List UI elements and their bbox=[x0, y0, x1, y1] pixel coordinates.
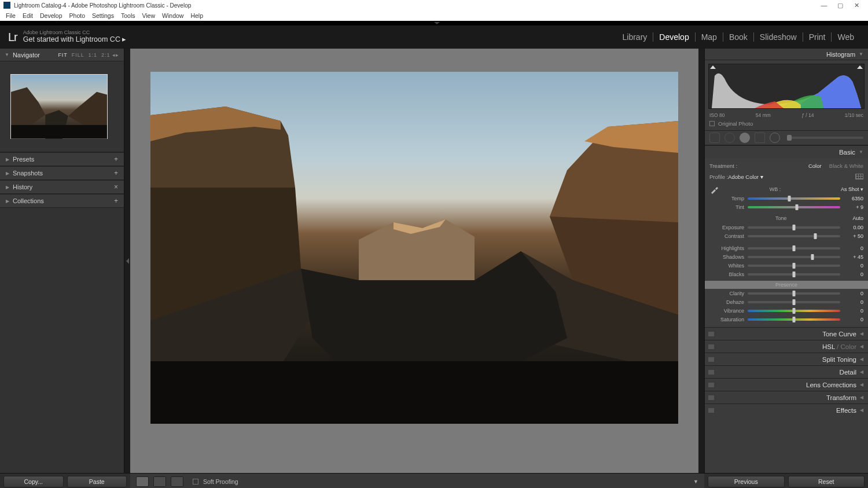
close-button[interactable]: ✕ bbox=[848, 2, 865, 9]
switch-icon[interactable] bbox=[708, 344, 714, 349]
highlight-clipping-icon[interactable] bbox=[857, 65, 863, 71]
spot-removal-tool[interactable] bbox=[724, 133, 735, 143]
panel-effects[interactable]: Effects◀ bbox=[705, 403, 868, 416]
right-collapse-handle[interactable] bbox=[698, 49, 704, 473]
slider-contrast[interactable]: Contrast+ 50 bbox=[705, 232, 868, 240]
brush-size-slider[interactable] bbox=[787, 137, 863, 139]
navigator-zoom-levels[interactable]: FIT FILL 1:1 2:1 ◂▸ bbox=[58, 52, 119, 58]
slider-clarity[interactable]: Clarity0 bbox=[705, 289, 868, 298]
panel-lens-corrections[interactable]: Lens Corrections◀ bbox=[705, 378, 868, 391]
module-library[interactable]: Library bbox=[617, 32, 653, 42]
before-after-lr-button[interactable] bbox=[153, 476, 166, 487]
slider-shadows[interactable]: Shadows+ 45 bbox=[705, 252, 868, 261]
module-web[interactable]: Web bbox=[832, 32, 860, 42]
profile-dropdown[interactable]: Adobe Color ▾ bbox=[728, 174, 763, 180]
left-section-snapshots[interactable]: ▶Snapshots+ bbox=[0, 166, 124, 180]
lr-logo: Lr bbox=[8, 31, 17, 44]
copy-button[interactable]: Copy... bbox=[3, 476, 64, 487]
loupe-view-button[interactable] bbox=[136, 476, 149, 487]
slider-vibrance[interactable]: Vibrance0 bbox=[705, 306, 868, 315]
photo-preview[interactable] bbox=[150, 72, 678, 424]
redeye-tool[interactable] bbox=[740, 133, 750, 143]
soft-proof-checkbox[interactable] bbox=[193, 479, 198, 485]
treatment-color[interactable]: Color bbox=[808, 163, 822, 169]
switch-icon[interactable] bbox=[708, 395, 714, 400]
wb-dropdown[interactable]: As Shot ▾ bbox=[841, 186, 863, 192]
add-icon[interactable]: + bbox=[114, 155, 118, 163]
navigator-header[interactable]: ▼ Navigator FIT FILL 1:1 2:1 ◂▸ bbox=[0, 49, 124, 61]
switch-icon[interactable] bbox=[708, 383, 714, 387]
menubar: File Edit Develop Photo Settings Tools V… bbox=[0, 10, 868, 21]
eyedropper-icon[interactable] bbox=[709, 184, 720, 195]
switch-icon[interactable] bbox=[708, 370, 714, 375]
switch-icon[interactable] bbox=[708, 357, 714, 362]
panel-split-toning[interactable]: Split Toning◀ bbox=[705, 353, 868, 365]
menu-settings[interactable]: Settings bbox=[89, 12, 117, 19]
module-slideshow[interactable]: Slideshow bbox=[754, 32, 803, 42]
clear-icon[interactable]: × bbox=[114, 183, 118, 191]
paste-button[interactable]: Paste bbox=[67, 476, 127, 487]
treatment-bw[interactable]: Black & White bbox=[829, 163, 863, 169]
original-photo-toggle[interactable]: Original Photo bbox=[705, 118, 868, 130]
panel-tone-curve[interactable]: Tone Curve◀ bbox=[705, 327, 868, 340]
radial-filter-tool[interactable] bbox=[770, 133, 780, 143]
slider-exposure[interactable]: Exposure0.00 bbox=[705, 223, 868, 232]
switch-icon[interactable] bbox=[708, 332, 714, 336]
add-icon[interactable]: + bbox=[114, 169, 118, 177]
slider-tint[interactable]: Tint+ 9 bbox=[705, 203, 868, 211]
slider-whites[interactable]: Whites0 bbox=[705, 261, 868, 270]
crop-tool[interactable] bbox=[709, 133, 720, 143]
menu-file[interactable]: File bbox=[2, 12, 19, 19]
chevron-left-icon: ◀ bbox=[860, 382, 863, 387]
chevron-left-icon: ◀ bbox=[860, 395, 863, 400]
add-icon[interactable]: + bbox=[114, 197, 118, 205]
module-print[interactable]: Print bbox=[803, 32, 832, 42]
left-section-collections[interactable]: ▶Collections+ bbox=[0, 194, 124, 208]
menu-view[interactable]: View bbox=[138, 12, 159, 19]
before-after-tb-button[interactable] bbox=[171, 476, 183, 487]
presence-label: Presence bbox=[705, 281, 868, 289]
checkbox-icon[interactable] bbox=[709, 121, 715, 126]
toolbar-menu-icon[interactable]: ▼ bbox=[693, 479, 698, 485]
graduated-filter-tool[interactable] bbox=[755, 133, 765, 143]
previous-button[interactable]: Previous bbox=[708, 476, 785, 487]
navigator-thumbnail[interactable] bbox=[10, 74, 108, 139]
slider-highlights[interactable]: Highlights0 bbox=[705, 244, 868, 252]
chevron-right-icon: ▶ bbox=[6, 157, 9, 162]
slider-temp[interactable]: Temp6350 bbox=[705, 194, 868, 203]
left-section-history[interactable]: ▶History× bbox=[0, 180, 124, 194]
panel-detail[interactable]: Detail◀ bbox=[705, 365, 868, 378]
identity-getstarted[interactable]: Get started with Lightroom CC ▸ bbox=[23, 36, 127, 44]
histogram-header[interactable]: Histogram▼ bbox=[705, 49, 868, 60]
reset-button[interactable]: Reset bbox=[788, 476, 865, 487]
slider-dehaze[interactable]: Dehaze0 bbox=[705, 298, 868, 306]
minimize-button[interactable]: — bbox=[816, 2, 832, 9]
menu-help[interactable]: Help bbox=[187, 12, 207, 19]
svg-rect-3 bbox=[11, 125, 107, 139]
menu-photo[interactable]: Photo bbox=[66, 12, 89, 19]
shadow-clipping-icon[interactable] bbox=[710, 65, 716, 71]
menu-tools[interactable]: Tools bbox=[117, 12, 139, 19]
slider-saturation[interactable]: Saturation0 bbox=[705, 315, 868, 324]
panel-transform[interactable]: Transform◀ bbox=[705, 391, 868, 403]
panel-basic-header[interactable]: Basic▼ bbox=[705, 145, 868, 158]
maximize-button[interactable]: ▢ bbox=[832, 2, 848, 9]
menu-window[interactable]: Window bbox=[159, 12, 187, 19]
module-develop[interactable]: Develop bbox=[653, 32, 694, 42]
histogram[interactable] bbox=[708, 64, 865, 109]
switch-icon[interactable] bbox=[708, 408, 714, 413]
left-collapse-handle[interactable] bbox=[124, 49, 130, 473]
chevron-down-icon: ▼ bbox=[5, 52, 9, 57]
top-collapse-bar[interactable] bbox=[0, 21, 868, 25]
loupe-area[interactable] bbox=[130, 49, 698, 473]
left-section-presets[interactable]: ▶Presets+ bbox=[0, 152, 124, 166]
panel-hsl-color[interactable]: HSL / Color◀ bbox=[705, 340, 868, 353]
menu-edit[interactable]: Edit bbox=[19, 12, 36, 19]
tone-auto-button[interactable]: Auto bbox=[852, 215, 863, 221]
module-map[interactable]: Map bbox=[696, 32, 723, 42]
module-book[interactable]: Book bbox=[723, 32, 753, 42]
slider-blacks[interactable]: Blacks0 bbox=[705, 270, 868, 278]
profile-browser-icon[interactable] bbox=[855, 174, 863, 179]
menu-develop[interactable]: Develop bbox=[36, 12, 66, 19]
chevron-down-icon: ▼ bbox=[859, 52, 863, 57]
